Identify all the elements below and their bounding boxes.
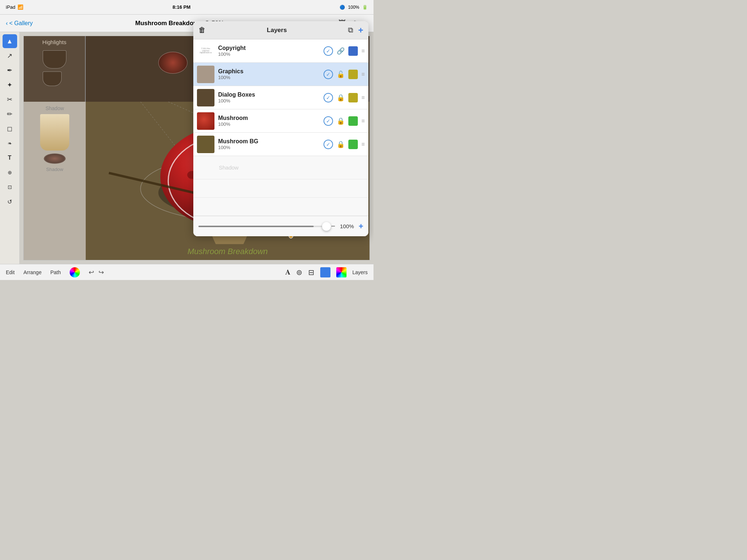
layer-thumb-graphics (197, 66, 214, 83)
status-time: 8:16 PM (173, 4, 190, 10)
layer-row-copyright[interactable]: © 2011 Ron LettermanDigitalDrawer.ca Cop… (193, 39, 368, 63)
opacity-slider-thumb[interactable] (322, 222, 331, 231)
layer-lock-copyright[interactable]: 🔗 (337, 47, 345, 55)
tool-select-add[interactable]: ↗ (3, 49, 17, 63)
layer-color-mushroombg[interactable] (348, 140, 358, 149)
layer-opacity-mushroombg: 100% (218, 145, 320, 150)
edit-button[interactable]: Edit (6, 269, 15, 275)
layers-footer: − 100% + (193, 216, 368, 236)
layer-lock-graphics[interactable]: 🔓 (337, 70, 345, 78)
layer-thumb-mushroom (197, 112, 214, 130)
layer-opacity-copyright: 100% (218, 51, 320, 57)
layer-drag-copyright[interactable]: ≡ (361, 48, 365, 54)
layer-controls-dialogboxes: ✓ 🔒 ≡ (324, 93, 365, 102)
layer-info-dialogboxes: Dialog Boxes 100% (218, 92, 320, 104)
opacity-slider[interactable] (198, 226, 326, 227)
layers-header-icons: ⧉ + (348, 25, 363, 35)
tool-rotate[interactable]: ↺ (3, 195, 17, 209)
undo-button[interactable]: ↩ (89, 268, 94, 276)
layers-header: 🗑 Layers ⧉ + (193, 21, 368, 39)
path-button[interactable]: Path (50, 269, 61, 275)
layer-lock-mushroombg[interactable]: 🔒 (337, 140, 345, 148)
tool-eraser[interactable]: ◻ (3, 122, 17, 136)
highlights-label: Highlights (42, 39, 66, 45)
layer-row-dialogboxes[interactable]: Dialog Boxes 100% ✓ 🔒 ≡ (193, 86, 368, 109)
layer-color-copyright[interactable] (348, 46, 358, 56)
bluetooth-icon: 🔵 (340, 5, 345, 10)
shadow-label-bottom: Shadow (46, 167, 63, 172)
layer-opacity-mushroom: 100% (218, 121, 320, 127)
layer-controls-mushroombg: ✓ 🔒 ≡ (324, 140, 365, 149)
layer-color-graphics[interactable] (348, 70, 358, 79)
undo-redo-group: ↩ ↪ (89, 268, 104, 276)
layer-drag-mushroombg[interactable]: ≡ (361, 141, 365, 148)
layer-lock-mushroom[interactable]: 🔒 (337, 117, 345, 125)
shadow-label-top: Shadow (46, 105, 64, 111)
layers-list: © 2011 Ron LettermanDigitalDrawer.ca Cop… (193, 39, 368, 216)
gallery-label: < Gallery (9, 20, 32, 27)
layer-controls-mushroom: ✓ 🔒 ≡ (324, 116, 365, 126)
layer-visible-dialogboxes[interactable]: ✓ (324, 93, 333, 102)
shadow-section: Shadow Shadow (24, 102, 86, 260)
canvas-bottom-text: Mushroom Breakdown (187, 247, 268, 256)
ghost-shadow-label: Shadow (219, 164, 239, 171)
color-swatch-icon[interactable] (320, 267, 330, 277)
tool-spiral[interactable]: ❧ (3, 136, 17, 150)
layer-row-graphics[interactable]: Graphics 100% ✓ 🔓 ≡ (193, 63, 368, 86)
frame-icon[interactable]: ⊟ (308, 268, 314, 277)
tool-crop[interactable]: ⊡ (3, 180, 17, 194)
tool-panel: ▲ ↗ ✒ ✦ ✂ ✏ ◻ ❧ T ⊕ ⊡ ↺ (0, 32, 20, 264)
opacity-plus-button[interactable]: + (359, 222, 363, 231)
layers-button[interactable]: Layers (352, 269, 368, 275)
arrange-icon[interactable]: ⊚ (296, 268, 302, 277)
color-wheel-button[interactable] (70, 267, 80, 277)
battery-label: 100% (348, 5, 359, 10)
layer-name-copyright: Copyright (218, 45, 320, 51)
shadow-oval (44, 153, 66, 164)
layer-thumb-copyright: © 2011 Ron LettermanDigitalDrawer.ca (197, 42, 214, 60)
layer-drag-graphics[interactable]: ≡ (361, 71, 365, 78)
opacity-value-label: 100% (340, 223, 354, 229)
add-layer-icon[interactable]: + (358, 25, 363, 35)
layer-visible-graphics[interactable]: ✓ (324, 70, 333, 79)
tool-node[interactable]: ✦ (3, 78, 17, 92)
layer-visible-mushroombg[interactable]: ✓ (324, 140, 333, 149)
layer-visible-copyright[interactable]: ✓ (324, 46, 333, 56)
tool-pencil[interactable]: ✏ (3, 107, 17, 121)
delete-layer-icon[interactable]: 🗑 (198, 26, 206, 34)
wifi-icon: 📶 (18, 4, 23, 10)
layer-info-graphics: Graphics 100% (218, 68, 320, 80)
tool-text[interactable]: T (3, 151, 17, 165)
layer-info-mushroom: Mushroom 100% (218, 115, 320, 127)
tool-eyedropper[interactable]: ⊕ (3, 166, 17, 179)
layer-row-mushroom[interactable]: Mushroom 100% ✓ 🔒 ≡ (193, 109, 368, 133)
gallery-back-button[interactable]: ‹ < Gallery (6, 20, 33, 27)
layer-thumb-mushroombg (197, 136, 214, 153)
layer-info-copyright: Copyright 100% (218, 45, 320, 57)
arrange-button[interactable]: Arrange (23, 269, 42, 275)
layer-row-mushroombg[interactable]: Mushroom BG 100% ✓ 🔒 ≡ (193, 133, 368, 156)
layer-drag-mushroom[interactable]: ≡ (361, 118, 365, 124)
shadow-shape (40, 114, 69, 151)
tool-scissors[interactable]: ✂ (3, 93, 17, 106)
multi-color-icon[interactable] (336, 267, 347, 277)
layer-row-empty-1 (193, 179, 368, 198)
duplicate-layer-icon[interactable]: ⧉ (348, 26, 353, 34)
bottom-right-icons: 𝐀 ⊚ ⊟ Layers (285, 267, 368, 277)
layer-controls-graphics: ✓ 🔓 ≡ (324, 70, 365, 79)
tool-pen[interactable]: ✒ (3, 63, 17, 77)
battery-icon: 🔋 (362, 5, 368, 10)
back-chevron-icon: ‹ (6, 20, 8, 27)
layer-color-dialogboxes[interactable] (348, 93, 358, 102)
opacity-slider-fill (198, 226, 314, 227)
text-style-icon[interactable]: 𝐀 (285, 268, 290, 276)
redo-button[interactable]: ↪ (98, 268, 104, 276)
layer-drag-dialogboxes[interactable]: ≡ (361, 94, 365, 101)
highlight-shape-2 (43, 71, 62, 86)
tool-select[interactable]: ▲ (3, 34, 17, 48)
status-right: 🔵 100% 🔋 (340, 5, 368, 10)
opacity-minus-button[interactable]: − (331, 222, 335, 230)
layer-color-mushroom[interactable] (348, 116, 358, 126)
layer-lock-dialogboxes[interactable]: 🔒 (337, 94, 345, 102)
layer-visible-mushroom[interactable]: ✓ (324, 116, 333, 126)
